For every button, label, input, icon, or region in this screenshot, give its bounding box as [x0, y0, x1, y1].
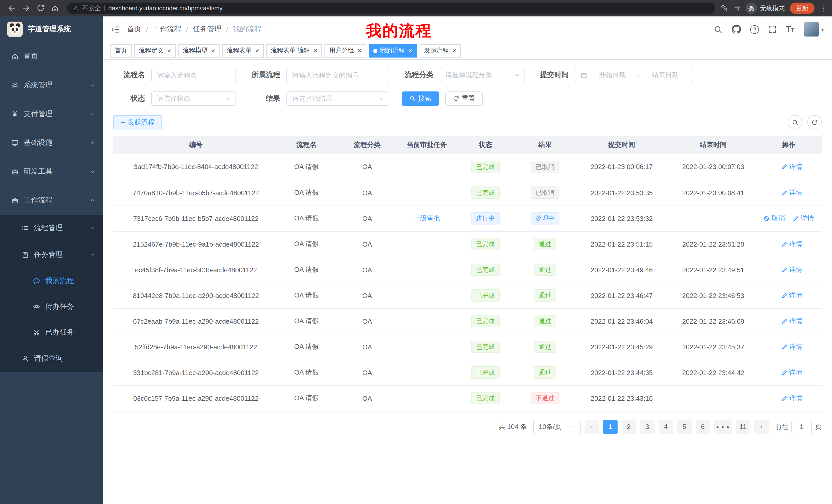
cell-id: ec45f38f-7b9a-11ec-b03b-acde48001122	[113, 257, 279, 283]
github-icon[interactable]	[732, 25, 741, 34]
home-button[interactable]	[48, 2, 62, 15]
ban-icon	[763, 216, 769, 221]
tab-home[interactable]: 首页	[110, 44, 132, 57]
back-button[interactable]	[5, 2, 19, 15]
page-button-5[interactable]: 5	[677, 419, 691, 434]
sidebar-item-task-management[interactable]: 任务管理	[0, 242, 103, 268]
incognito-label: 无痕模式	[760, 4, 785, 12]
detail-link[interactable]: 详情	[781, 265, 802, 274]
sidebar-item-my-process[interactable]: 我的流程	[0, 268, 103, 294]
page-button-6[interactable]: 6	[696, 419, 710, 434]
cell-submit-time: 2022-01-22 23:51:15	[573, 231, 671, 257]
toggle-search-button[interactable]	[788, 115, 802, 130]
fullscreen-icon[interactable]	[769, 25, 777, 33]
detail-link[interactable]: 详情	[781, 162, 802, 172]
sidebar-item-workflow[interactable]: 工作流程	[0, 186, 103, 215]
key-icon[interactable]	[721, 4, 729, 12]
detail-link[interactable]: 详情	[781, 368, 802, 377]
edit-icon	[781, 190, 787, 195]
start-date-placeholder[interactable]: 开始日期	[590, 71, 635, 80]
close-icon[interactable]: ×	[211, 47, 215, 54]
url-divider	[104, 5, 105, 11]
cell-category: OA	[334, 360, 400, 385]
font-size-icon[interactable]: TT	[786, 25, 795, 33]
breadcrumb-home[interactable]: 首页	[127, 25, 141, 34]
tab-process-form-edit[interactable]: 流程表单-编辑×	[266, 44, 322, 57]
cell-result: 通过	[517, 257, 573, 283]
page-button-4[interactable]: 4	[658, 419, 673, 434]
cell-end-time	[671, 205, 756, 231]
detail-link[interactable]: 详情	[781, 342, 802, 352]
detail-link[interactable]: 详情	[793, 214, 814, 223]
page-size-select[interactable]: 10条/页	[533, 419, 580, 434]
close-icon[interactable]: ×	[358, 47, 362, 54]
tab-my-process[interactable]: 我的流程×	[369, 44, 417, 57]
sidebar-fold-icon[interactable]	[111, 25, 120, 34]
bookmark-star-icon[interactable]: ☆	[734, 5, 740, 12]
header-search-icon[interactable]	[714, 25, 723, 34]
avatar[interactable]	[804, 22, 819, 37]
next-page-button[interactable]: ›	[754, 419, 769, 434]
sidebar-item-infrastructure[interactable]: 基础设施	[0, 129, 103, 157]
start-process-button[interactable]: + 发起流程	[113, 115, 162, 130]
reset-button[interactable]: 重置	[445, 91, 483, 106]
browser-update-button[interactable]: 更新	[790, 3, 814, 14]
page-button-3[interactable]: 3	[640, 419, 654, 434]
close-icon[interactable]: ×	[167, 47, 171, 54]
cell-result: 通过	[517, 334, 573, 360]
help-icon[interactable]: ?	[751, 25, 759, 34]
sidebar-item-home[interactable]: 首页	[0, 42, 103, 71]
tab-start-process[interactable]: 发起流程×	[419, 44, 461, 57]
page-button-last[interactable]: 11	[736, 419, 750, 434]
tab-process-form[interactable]: 流程表单×	[222, 44, 263, 57]
sidebar-item-leave-query[interactable]: 请假查询	[0, 345, 103, 372]
cell-submit-time: 2022-01-22 23:45:29	[573, 334, 671, 360]
prev-page-button[interactable]: ‹	[584, 419, 599, 434]
sidebar-item-dev-tools[interactable]: 研发工具	[0, 157, 103, 186]
result-select[interactable]: 请选择流结果	[286, 91, 389, 106]
cell-actions: 取消 详情	[756, 283, 822, 308]
detail-link[interactable]: 详情	[781, 291, 802, 300]
tab-process-model[interactable]: 流程模型×	[178, 44, 219, 57]
cancel-link[interactable]: 取消	[763, 214, 785, 223]
table-row: 03c6c157-7b9a-11ec-a290-acde48001122 OA …	[113, 385, 822, 411]
more-pages-icon[interactable]: ● ● ●	[714, 419, 732, 434]
breadcrumb-workflow[interactable]: 工作流程	[153, 25, 182, 34]
sidebar-item-todo-tasks[interactable]: 待办任务	[0, 294, 103, 319]
reload-button[interactable]	[34, 2, 47, 15]
detail-link[interactable]: 详情	[781, 394, 802, 403]
close-icon[interactable]: ×	[255, 47, 259, 54]
status-select[interactable]: 请选择状态	[151, 91, 236, 106]
table-row: 7470a810-7b9b-11ec-b5b7-acde48001122 OA …	[113, 180, 822, 205]
page-button-1[interactable]: 1	[603, 419, 617, 434]
tab-user-group[interactable]: 用户分组×	[325, 44, 366, 57]
cell-result: 通过	[517, 283, 573, 308]
user-menu[interactable]: ▾	[804, 22, 824, 37]
sidebar-item-payment[interactable]: 支付管理	[0, 100, 103, 129]
sidebar-item-system[interactable]: 系统管理	[0, 71, 103, 100]
close-icon[interactable]: ×	[452, 47, 456, 54]
detail-link[interactable]: 详情	[781, 240, 802, 249]
current-task-link[interactable]: 一级审批	[413, 214, 440, 223]
app-logo[interactable]: 芋道管理系统	[0, 17, 103, 42]
detail-link[interactable]: 详情	[781, 188, 802, 197]
goto-page-input[interactable]	[791, 419, 812, 434]
process-name-input[interactable]	[151, 68, 236, 82]
end-date-placeholder[interactable]: 结束日期	[643, 71, 687, 80]
refresh-table-button[interactable]	[807, 115, 822, 130]
close-icon[interactable]: ×	[314, 47, 317, 54]
sidebar-item-process-management[interactable]: 流程管理	[0, 215, 103, 242]
sidebar-item-done-tasks[interactable]: 已办任务	[0, 319, 103, 345]
process-category-select[interactable]: 请选择流程分类	[440, 68, 524, 82]
address-bar[interactable]: ⚠ 不安全 dashboard.yudao.iocoder.cn/bpm/tas…	[67, 3, 716, 14]
close-icon[interactable]: ×	[408, 47, 412, 54]
detail-link[interactable]: 详情	[781, 316, 802, 326]
search-button[interactable]: 搜索	[401, 91, 439, 106]
forward-button[interactable]	[20, 2, 33, 15]
page-button-2[interactable]: 2	[621, 419, 636, 434]
tab-process-definition[interactable]: 流程定义×	[134, 44, 176, 57]
submit-time-range-picker[interactable]: 开始日期 - 结束日期	[575, 68, 693, 82]
browser-menu-icon[interactable]: ⋮	[820, 5, 827, 12]
breadcrumb-task-management[interactable]: 任务管理	[193, 25, 222, 34]
process-definition-input[interactable]	[286, 68, 389, 82]
